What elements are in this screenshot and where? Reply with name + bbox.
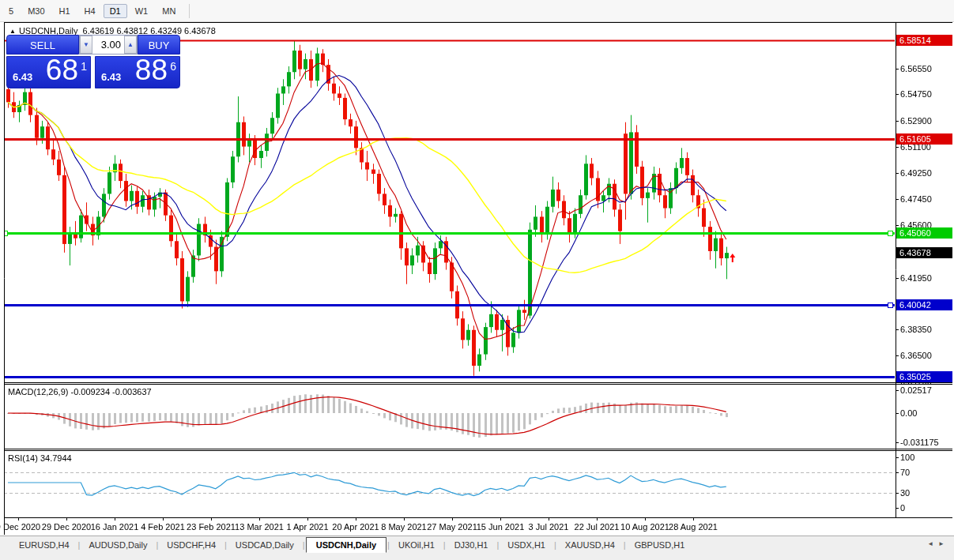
timeframe-button-w1[interactable]: W1 [129,4,155,18]
date-tick-label: 27 May 2021 [427,522,477,532]
price-tick-label: 6.56550 [900,64,932,73]
price-level-badge: 6.51605 [896,133,952,145]
timeframe-toolbar: 5M30H1H4D1W1MN [0,0,954,22]
tab-usdcad-daily[interactable]: USDCAD,Daily [228,538,302,552]
chart-tab-bar: EURUSD,H4|AUDUSD,Daily|USDCHF,H4|USDCAD,… [0,536,954,554]
tab-xauusd-h4[interactable]: XAUUSD,H4 [557,538,623,552]
date-tick-label: 10 Aug 2021 [620,522,669,532]
volume-decrease-button[interactable]: ▼ [80,36,92,54]
date-tick-label: 23 Feb 2021 [187,522,236,532]
price-level-badge: 6.40042 [896,299,952,310]
rsi-axis-label: 0 [900,503,905,513]
sell-price-big-digits: 68 [46,54,78,87]
price-level-badge: 6.45060 [896,227,952,239]
price-tick-label: 6.47450 [900,194,932,204]
rsi-indicator-label: RSI(14) 34.7944 [8,453,72,463]
one-click-trade-panel: SELL ▼ 3.00 ▲ BUY 6.43 68 1 6.43 88 6 [6,35,180,88]
timeframe-button-5[interactable]: 5 [2,4,20,18]
price-tick-label: 6.41950 [900,273,932,283]
tab-usdchf-h4[interactable]: USDCHF,H4 [159,538,224,552]
price-level-badge: 6.35025 [896,371,952,382]
date-tick-label: 9 Dec 2020 [0,522,40,532]
arrow-down-icon: ▼ [83,41,89,48]
toolbar-separator [189,4,190,18]
tab-dj30-h1[interactable]: DJ30,H1 [447,538,496,552]
price-tick-label: 6.49250 [900,168,932,178]
macd-indicator-label: MACD(12,26,9) -0.009234 -0.003637 [8,387,152,397]
rsi-axis-label: 70 [900,468,910,477]
buy-price-prefix: 6.43 [101,71,121,83]
timeframe-button-d1[interactable]: D1 [104,4,127,18]
price-tick-label: 6.52900 [900,116,932,126]
date-tick-label: 13 Mar 2021 [235,522,284,532]
date-tick-label: 20 Apr 2021 [332,522,379,532]
date-tick-label: 4 Feb 2021 [141,522,185,532]
buy-price-big-digits: 88 [135,54,168,87]
tab-scroll-right-icon[interactable]: ► [938,540,949,547]
date-tick-label: 16 Jan 2021 [91,522,139,532]
rsi-axis-label: 100 [900,453,914,462]
price-tick-label: 6.36500 [900,351,932,360]
date-tick-label: 29 Dec 2020 [42,522,91,532]
sell-price-prefix: 6.43 [13,71,32,83]
buy-price-display[interactable]: 6.43 88 6 [95,56,180,88]
date-tick-label: 15 Jun 2021 [477,522,525,532]
buy-price-pip-digit: 6 [170,60,176,73]
rsi-axis-label: 30 [900,488,910,498]
price-tick-label: 6.54750 [900,89,932,99]
tab-eurusd-h4[interactable]: EURUSD,H4 [11,538,77,552]
status-strip [0,553,954,560]
timeframe-button-m30[interactable]: M30 [21,4,51,18]
sell-price-display[interactable]: 6.43 68 1 [6,56,91,88]
timeframe-button-h1[interactable]: H1 [53,4,77,18]
timeframe-button-mn[interactable]: MN [156,4,182,18]
date-tick-label: 8 May 2021 [381,522,426,532]
date-tick-label: 28 Aug 2021 [669,522,718,532]
price-level-badge: 6.58514 [896,35,952,46]
macd-axis-label: -0.031175 [900,438,939,447]
tab-gbpusd-h1[interactable]: GBPUSD,H1 [627,538,693,552]
date-tick-label: 22 Jul 2021 [575,522,620,532]
collapse-triangle-icon: ▲ [9,28,16,35]
tab-usdcnh-daily[interactable]: USDCNH,Daily [306,537,387,553]
tab-audusd-daily[interactable]: AUDUSD,Daily [81,538,155,552]
arrow-up-icon: ▲ [127,41,134,48]
date-tick-label: 1 Apr 2021 [286,522,328,532]
macd-axis-label: 0.02517 [900,385,932,395]
macd-axis-label: 0.00 [900,408,917,418]
tab-scroll-left-icon[interactable]: ◄ [927,540,938,547]
volume-stepper: ▼ 3.00 ▲ [79,35,138,54]
volume-increase-button[interactable]: ▲ [124,36,137,54]
tab-usdx-h1[interactable]: USDX,H1 [500,538,553,552]
volume-input[interactable]: 3.00 [92,36,124,54]
timeframe-button-h4[interactable]: H4 [78,4,102,18]
tab-ukoil-h1[interactable]: UKOil,H1 [390,538,443,552]
buy-button[interactable]: BUY [138,35,180,54]
date-tick-label: 3 Jul 2021 [529,522,569,532]
price-level-badge: 6.43678 [896,247,952,258]
price-tick-label: 6.38350 [900,325,932,334]
sell-button[interactable]: SELL [6,35,79,54]
sell-price-pip-digit: 1 [81,60,87,73]
